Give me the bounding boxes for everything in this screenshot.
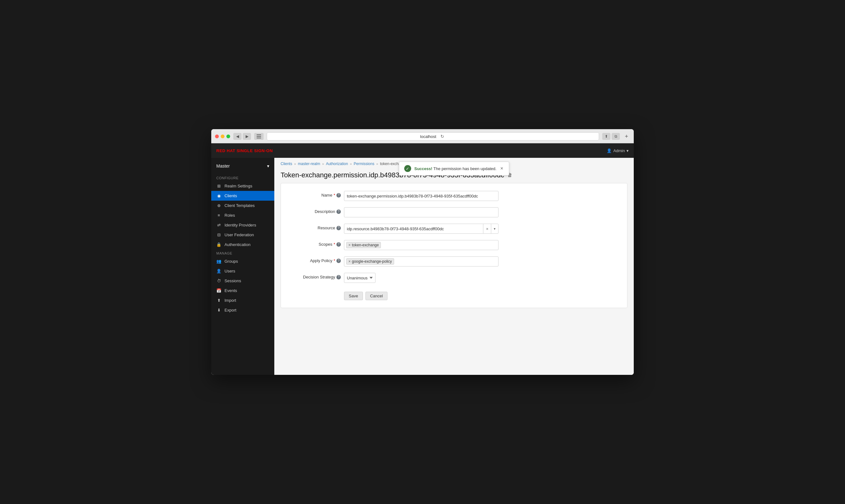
back-button[interactable]: ◀ — [233, 133, 242, 140]
client-templates-icon: ⊛ — [216, 203, 221, 208]
name-label-text: Name — [321, 193, 332, 198]
toast-close-button[interactable]: × — [500, 166, 504, 171]
sidebar-item-label: Users — [224, 269, 235, 273]
scopes-label: Scopes * ? — [290, 240, 341, 247]
apply-policy-label-text: Apply Policy — [310, 258, 332, 263]
sidebar-item-import[interactable]: ⬆ Import — [211, 295, 274, 305]
decision-strategy-form-group: Decision Strategy ? Unanimous Affirmativ… — [290, 273, 618, 283]
admin-label: Admin — [613, 148, 625, 153]
sidebar-item-identity-providers[interactable]: ⇄ Identity Providers — [211, 220, 274, 230]
breadcrumb-authorization[interactable]: Authorization — [326, 162, 348, 166]
toast-detail: The permission has been updated. — [433, 166, 496, 171]
sidebar-item-realm-settings[interactable]: ⊞ Realm Settings — [211, 181, 274, 191]
user-federation-icon: ⊟ — [216, 232, 221, 237]
export-icon: ⬇ — [216, 308, 221, 312]
scopes-tag-input[interactable]: × token-exchange — [344, 240, 499, 250]
users-icon: 👤 — [216, 269, 221, 273]
sidebar-item-label: Sessions — [224, 278, 241, 283]
realm-name: Master — [216, 163, 230, 168]
resource-help-icon[interactable]: ? — [337, 226, 341, 230]
apply-policy-label: Apply Policy * ? — [290, 256, 341, 263]
policy-tag-label: google-exchange-policy — [352, 259, 392, 264]
identity-providers-icon: ⇄ — [216, 223, 221, 228]
sidebar-item-label: Authentication — [224, 242, 251, 247]
share-button[interactable]: ⬆ — [602, 133, 610, 140]
refresh-button[interactable]: ↻ — [439, 133, 446, 140]
name-input[interactable] — [344, 191, 499, 201]
close-traffic-light[interactable] — [215, 134, 219, 138]
policy-tag-google: × google-exchange-policy — [346, 258, 394, 265]
breadcrumb-permissions[interactable]: Permissions — [354, 162, 374, 166]
sidebar-toggle-button[interactable] — [254, 133, 263, 140]
sidebar-item-client-templates[interactable]: ⊛ Client Templates — [211, 201, 274, 211]
cancel-button[interactable]: Cancel — [365, 292, 387, 300]
breadcrumb-master-realm[interactable]: master-realm — [298, 162, 320, 166]
decision-strategy-label: Decision Strategy ? — [290, 273, 341, 280]
maximize-traffic-light[interactable] — [226, 134, 230, 138]
brand-white: SINGLE SIGN-ON — [237, 148, 273, 153]
sidebar-item-sessions[interactable]: ⏱ Sessions — [211, 276, 274, 286]
decision-strategy-help-icon[interactable]: ? — [337, 275, 341, 280]
sidebar-item-label: Roles — [224, 213, 235, 218]
form-actions: Save Cancel — [344, 289, 618, 300]
admin-menu[interactable]: 👤 Admin ▾ — [607, 148, 629, 153]
resource-dropdown-button[interactable]: ▾ — [491, 224, 498, 233]
sidebar-item-roles[interactable]: ≡ Roles — [211, 211, 274, 220]
description-help-icon[interactable]: ? — [337, 210, 341, 214]
sidebar-item-label: Identity Providers — [224, 223, 256, 228]
apply-policy-help-icon[interactable]: ? — [337, 258, 341, 263]
sidebar-item-groups[interactable]: 👥 Groups — [211, 256, 274, 266]
description-input[interactable] — [344, 207, 499, 217]
forward-button[interactable]: ▶ — [243, 133, 251, 140]
resource-value: idp.resource.b4983b78-0f73-4948-935f-635… — [344, 225, 483, 232]
duplicate-button[interactable]: ⧉ — [612, 133, 620, 140]
scopes-required: * — [333, 242, 335, 247]
browser-chrome: ◀ ▶ localhost ↻ ⬆ ⧉ + — [211, 129, 634, 143]
description-label-text: Description — [315, 209, 335, 214]
form-panel: Name * ? Description ? — [281, 183, 627, 308]
sidebar-item-user-federation[interactable]: ⊟ User Federation — [211, 230, 274, 240]
name-help-icon[interactable]: ? — [337, 193, 341, 198]
top-navbar: RED HAT SINGLE SIGN-ON 👤 Admin ▾ — [211, 143, 634, 158]
authentication-icon: 🔒 — [216, 242, 221, 247]
toast-success-icon: ✓ — [404, 165, 411, 172]
new-tab-button[interactable]: + — [623, 133, 630, 140]
breadcrumb-sep-4: » — [376, 162, 378, 166]
scopes-help-icon[interactable]: ? — [337, 242, 341, 247]
scope-tag-remove[interactable]: × — [348, 243, 351, 247]
sessions-icon: ⏱ — [216, 278, 221, 283]
realm-settings-icon: ⊞ — [216, 184, 221, 188]
success-toast: ✓ Success! The permission has been updat… — [399, 162, 509, 176]
resource-selector: idp.resource.b4983b78-0f73-4948-935f-635… — [344, 224, 499, 234]
nav-buttons: ◀ ▶ — [233, 133, 251, 140]
breadcrumb-sep-3: » — [350, 162, 352, 166]
url-bar[interactable]: localhost ↻ — [267, 132, 599, 141]
sidebar-item-label: Client Templates — [224, 203, 255, 208]
sidebar-item-authentication[interactable]: 🔒 Authentication — [211, 240, 274, 250]
sidebar-item-label: User Federation — [224, 232, 254, 237]
apply-policy-form-group: Apply Policy * ? × google-exchange-polic… — [290, 256, 618, 267]
main-area: Master ▾ Configure ⊞ Realm Settings ◉ Cl… — [211, 158, 634, 375]
clients-icon: ◉ — [216, 193, 221, 198]
minimize-traffic-light[interactable] — [221, 134, 224, 138]
name-label: Name * ? — [290, 191, 341, 198]
decision-strategy-select[interactable]: Unanimous Affirmative Consensus — [344, 273, 376, 283]
realm-selector[interactable]: Master ▾ — [211, 161, 274, 171]
resource-clear-button[interactable]: × — [483, 224, 491, 233]
save-button[interactable]: Save — [344, 292, 363, 300]
admin-icon: 👤 — [607, 148, 612, 153]
sidebar-item-clients[interactable]: ◉ Clients — [211, 191, 274, 201]
apply-policy-tag-input[interactable]: × google-exchange-policy — [344, 256, 499, 267]
breadcrumb-clients[interactable]: Clients — [281, 162, 292, 166]
browser-actions: ⬆ ⧉ — [602, 133, 620, 140]
roles-icon: ≡ — [216, 213, 221, 218]
sidebar: Master ▾ Configure ⊞ Realm Settings ◉ Cl… — [211, 158, 274, 375]
sidebar-item-export[interactable]: ⬇ Export — [211, 305, 274, 315]
sidebar-item-label: Export — [224, 308, 237, 312]
resource-label-text: Resource — [317, 226, 335, 230]
name-form-group: Name * ? — [290, 191, 618, 201]
sidebar-item-events[interactable]: 📅 Events — [211, 286, 274, 295]
decision-strategy-label-text: Decision Strategy — [303, 275, 335, 280]
sidebar-item-users[interactable]: 👤 Users — [211, 266, 274, 276]
policy-tag-remove[interactable]: × — [348, 259, 351, 263]
